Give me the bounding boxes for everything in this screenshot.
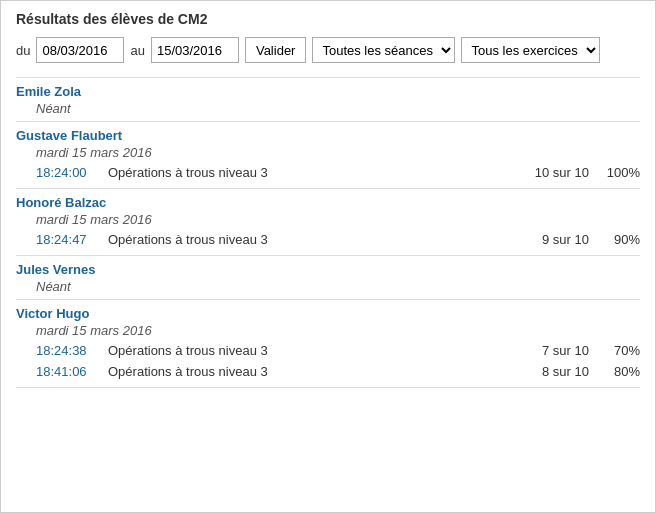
- date-to-label: au: [130, 43, 144, 58]
- divider: [16, 77, 640, 78]
- session-time: 18:24:47: [36, 232, 108, 247]
- session-exercise: Opérations à trous niveau 3: [108, 165, 519, 180]
- validate-button[interactable]: Valider: [245, 37, 307, 63]
- student-name: Victor Hugo: [16, 306, 640, 321]
- session-time: 18:41:06: [36, 364, 108, 379]
- final-divider: [16, 387, 640, 388]
- session-date: mardi 15 mars 2016: [16, 145, 640, 160]
- session-score: 10 sur 10: [519, 165, 589, 180]
- session-date: mardi 15 mars 2016: [16, 323, 640, 338]
- session-percent: 90%: [595, 232, 640, 247]
- session-exercise: Opérations à trous niveau 3: [108, 343, 519, 358]
- session-time: 18:24:00: [36, 165, 108, 180]
- divider: [16, 121, 640, 122]
- divider: [16, 255, 640, 256]
- sessions-select[interactable]: Toutes les séances: [312, 37, 455, 63]
- divider: [16, 188, 640, 189]
- session-exercise: Opérations à trous niveau 3: [108, 364, 519, 379]
- session-percent: 70%: [595, 343, 640, 358]
- filters-bar: du au Valider Toutes les séances Tous le…: [16, 37, 640, 63]
- session-row: 18:24:38Opérations à trous niveau 37 sur…: [16, 340, 640, 361]
- student-block: Jules VernesNéant: [16, 255, 640, 294]
- session-time: 18:24:38: [36, 343, 108, 358]
- main-container: Résultats des élèves de CM2 du au Valide…: [0, 0, 656, 513]
- session-percent: 100%: [595, 165, 640, 180]
- student-block: Gustave Flaubertmardi 15 mars 201618:24:…: [16, 121, 640, 183]
- student-name: Jules Vernes: [16, 262, 640, 277]
- student-name: Honoré Balzac: [16, 195, 640, 210]
- session-date: mardi 15 mars 2016: [16, 212, 640, 227]
- session-row: 18:24:00Opérations à trous niveau 310 su…: [16, 162, 640, 183]
- date-to-input[interactable]: [151, 37, 239, 63]
- student-name: Gustave Flaubert: [16, 128, 640, 143]
- student-name: Emile Zola: [16, 84, 640, 99]
- student-block: Emile ZolaNéant: [16, 77, 640, 116]
- date-from-input[interactable]: [36, 37, 124, 63]
- student-block: Honoré Balzacmardi 15 mars 201618:24:47O…: [16, 188, 640, 250]
- students-list: Emile ZolaNéantGustave Flaubertmardi 15 …: [16, 77, 640, 388]
- neant-label: Néant: [16, 279, 640, 294]
- session-percent: 80%: [595, 364, 640, 379]
- exercises-select[interactable]: Tous les exercices: [461, 37, 600, 63]
- session-score: 8 sur 10: [519, 364, 589, 379]
- neant-label: Néant: [16, 101, 640, 116]
- session-score: 7 sur 10: [519, 343, 589, 358]
- session-row: 18:24:47Opérations à trous niveau 39 sur…: [16, 229, 640, 250]
- page-title: Résultats des élèves de CM2: [16, 11, 640, 27]
- divider: [16, 299, 640, 300]
- session-score: 9 sur 10: [519, 232, 589, 247]
- date-from-label: du: [16, 43, 30, 58]
- student-block: Victor Hugomardi 15 mars 201618:24:38Opé…: [16, 299, 640, 382]
- session-exercise: Opérations à trous niveau 3: [108, 232, 519, 247]
- session-row: 18:41:06Opérations à trous niveau 38 sur…: [16, 361, 640, 382]
